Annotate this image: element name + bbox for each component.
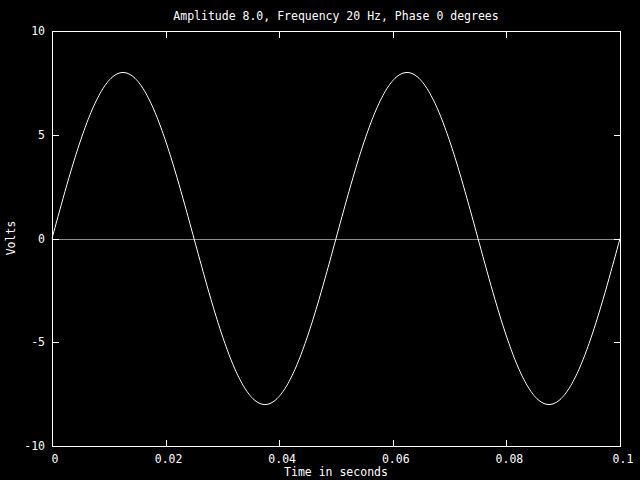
y-axis-title: Volts: [4, 168, 18, 308]
x-axis-title: Time in seconds: [52, 465, 620, 479]
y-tick-label: 0: [38, 232, 45, 246]
plot-canvas: [0, 0, 640, 480]
y-tick-label: -10: [24, 439, 45, 453]
x-tick-label: 0.1: [613, 452, 634, 466]
y-tick-label: 5: [38, 128, 45, 142]
x-tick-label: 0: [52, 452, 59, 466]
x-tick-label: 0.06: [382, 452, 410, 466]
chart-title: Amplitude 8.0, Frequency 20 Hz, Phase 0 …: [52, 9, 620, 23]
x-tick-label: 0.04: [268, 452, 296, 466]
x-tick-label: 0.02: [155, 452, 183, 466]
y-tick-label: 10: [31, 24, 45, 38]
sine-wave-plot-window: Amplitude 8.0, Frequency 20 Hz, Phase 0 …: [0, 0, 640, 480]
y-tick-label: -5: [31, 335, 45, 349]
x-tick-label: 0.08: [496, 452, 524, 466]
